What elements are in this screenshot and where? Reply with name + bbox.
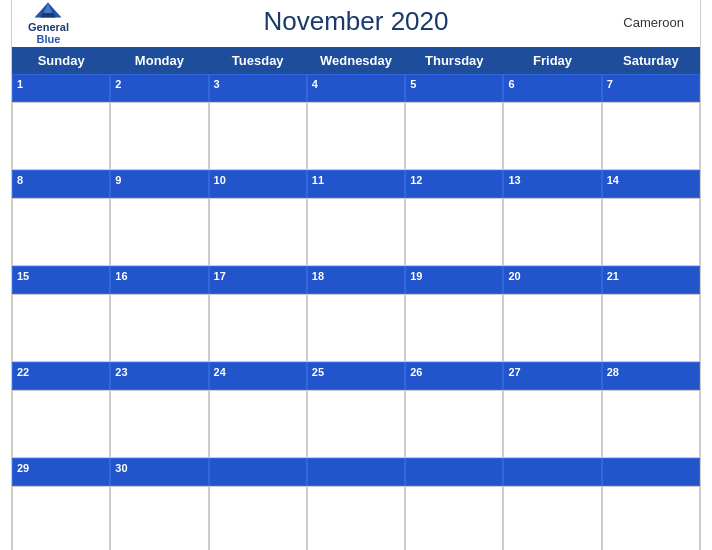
date-21: 21 — [602, 266, 700, 294]
cell-21 — [602, 294, 700, 362]
calendar-header: General Blue November 2020 Cameroon — [12, 0, 700, 47]
date-null-1 — [209, 458, 307, 486]
week-4-header: 22 23 24 25 26 27 28 — [12, 362, 700, 390]
week-5-body — [12, 486, 700, 550]
week-1-header: 1 2 3 4 5 6 7 — [12, 74, 700, 102]
date-14: 14 — [602, 170, 700, 198]
logo: General Blue — [28, 0, 69, 45]
calendar: General Blue November 2020 Cameroon Sund… — [11, 0, 701, 550]
cell-5 — [405, 102, 503, 170]
cell-12 — [405, 198, 503, 266]
logo-general-text: General — [28, 20, 69, 32]
date-null-5 — [602, 458, 700, 486]
day-header-tuesday: Tuesday — [209, 47, 307, 74]
day-header-monday: Monday — [110, 47, 208, 74]
cell-29 — [12, 486, 110, 550]
date-25: 25 — [307, 362, 405, 390]
cell-16 — [110, 294, 208, 362]
date-6: 6 — [503, 74, 601, 102]
cell-22 — [12, 390, 110, 458]
cell-7 — [602, 102, 700, 170]
cell-2 — [110, 102, 208, 170]
cell-18 — [307, 294, 405, 362]
day-header-friday: Friday — [503, 47, 601, 74]
date-15: 15 — [12, 266, 110, 294]
day-headers: Sunday Monday Tuesday Wednesday Thursday… — [12, 47, 700, 74]
date-1: 1 — [12, 74, 110, 102]
cell-9 — [110, 198, 208, 266]
cell-14 — [602, 198, 700, 266]
date-2: 2 — [110, 74, 208, 102]
cell-11 — [307, 198, 405, 266]
calendar-grid: 1 2 3 4 5 6 7 8 9 10 11 12 13 14 — [12, 74, 700, 550]
date-19: 19 — [405, 266, 503, 294]
cell-4 — [307, 102, 405, 170]
week-3-header: 15 16 17 18 19 20 21 — [12, 266, 700, 294]
date-24: 24 — [209, 362, 307, 390]
day-header-wednesday: Wednesday — [307, 47, 405, 74]
cell-23 — [110, 390, 208, 458]
cell-28 — [602, 390, 700, 458]
calendar-title: November 2020 — [264, 6, 449, 37]
cell-13 — [503, 198, 601, 266]
date-8: 8 — [12, 170, 110, 198]
cell-25 — [307, 390, 405, 458]
date-23: 23 — [110, 362, 208, 390]
cell-27 — [503, 390, 601, 458]
cell-6 — [503, 102, 601, 170]
generalblue-logo-icon — [33, 0, 63, 20]
date-20: 20 — [503, 266, 601, 294]
date-30: 30 — [110, 458, 208, 486]
day-header-sunday: Sunday — [12, 47, 110, 74]
date-12: 12 — [405, 170, 503, 198]
cell-empty-2 — [307, 486, 405, 550]
date-null-3 — [405, 458, 503, 486]
week-5-header: 29 30 — [12, 458, 700, 486]
date-7: 7 — [602, 74, 700, 102]
date-18: 18 — [307, 266, 405, 294]
cell-24 — [209, 390, 307, 458]
week-3-body — [12, 294, 700, 362]
week-2-body — [12, 198, 700, 266]
week-1-body — [12, 102, 700, 170]
date-9: 9 — [110, 170, 208, 198]
date-26: 26 — [405, 362, 503, 390]
date-5: 5 — [405, 74, 503, 102]
date-17: 17 — [209, 266, 307, 294]
cell-15 — [12, 294, 110, 362]
country-label: Cameroon — [623, 14, 684, 29]
date-4: 4 — [307, 74, 405, 102]
cell-30 — [110, 486, 208, 550]
cell-8 — [12, 198, 110, 266]
cell-empty-1 — [209, 486, 307, 550]
date-10: 10 — [209, 170, 307, 198]
date-null-2 — [307, 458, 405, 486]
date-16: 16 — [110, 266, 208, 294]
cell-19 — [405, 294, 503, 362]
cell-20 — [503, 294, 601, 362]
cell-empty-3 — [405, 486, 503, 550]
date-null-4 — [503, 458, 601, 486]
cell-empty-4 — [503, 486, 601, 550]
date-27: 27 — [503, 362, 601, 390]
cell-26 — [405, 390, 503, 458]
cell-empty-5 — [602, 486, 700, 550]
week-2-header: 8 9 10 11 12 13 14 — [12, 170, 700, 198]
cell-3 — [209, 102, 307, 170]
logo-blue-text: Blue — [37, 33, 61, 45]
cell-17 — [209, 294, 307, 362]
date-3: 3 — [209, 74, 307, 102]
date-11: 11 — [307, 170, 405, 198]
cell-1 — [12, 102, 110, 170]
date-22: 22 — [12, 362, 110, 390]
day-header-thursday: Thursday — [405, 47, 503, 74]
day-header-saturday: Saturday — [602, 47, 700, 74]
date-28: 28 — [602, 362, 700, 390]
week-4-body — [12, 390, 700, 458]
date-29: 29 — [12, 458, 110, 486]
cell-10 — [209, 198, 307, 266]
date-13: 13 — [503, 170, 601, 198]
